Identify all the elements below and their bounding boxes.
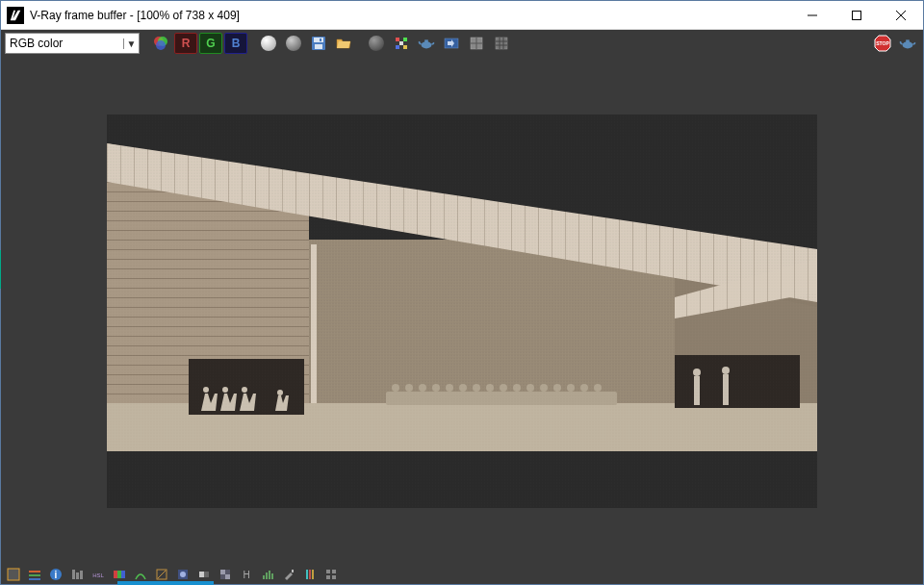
grid-b-button[interactable] — [490, 33, 513, 54]
region-render-button[interactable] — [390, 33, 413, 54]
lut-button[interactable] — [153, 567, 170, 582]
svg-rect-11 — [396, 38, 399, 41]
svg-rect-15 — [399, 41, 403, 45]
hsl-button[interactable]: HSL — [90, 567, 107, 582]
pipette-icon — [282, 568, 295, 581]
svg-text:HSL: HSL — [92, 572, 104, 578]
open-folder-icon — [336, 37, 351, 50]
svg-rect-100 — [266, 572, 268, 579]
svg-rect-17 — [424, 39, 428, 42]
svg-rect-110 — [332, 575, 336, 579]
grid-a-button[interactable] — [465, 33, 488, 54]
render-last-button[interactable] — [896, 33, 919, 54]
svg-rect-106 — [312, 570, 314, 579]
svg-rect-78 — [29, 571, 40, 572]
regions-button[interactable] — [322, 567, 340, 582]
close-button[interactable] — [879, 1, 923, 29]
rendered-image — [107, 114, 817, 508]
green-channel-button[interactable]: G — [199, 33, 222, 54]
svg-rect-84 — [76, 572, 79, 579]
h-button[interactable]: H — [238, 567, 255, 582]
svg-rect-96 — [220, 570, 225, 574]
info-button[interactable]: i — [47, 567, 64, 582]
svg-rect-101 — [269, 571, 270, 579]
maximize-button[interactable] — [834, 1, 879, 29]
save-icon — [311, 36, 326, 51]
compare-swap-icon — [444, 36, 459, 51]
srgb-button[interactable] — [174, 567, 192, 582]
pipette-button[interactable] — [280, 567, 297, 582]
titlebar: V-Ray frame buffer - [100% of 738 x 409] — [1, 1, 923, 30]
regions-icon — [324, 568, 338, 581]
levels-icon — [70, 568, 84, 581]
svg-rect-89 — [121, 571, 125, 578]
mono-white-button[interactable] — [257, 33, 280, 54]
chart-icon — [261, 568, 274, 581]
window-title: V-Ray frame buffer - [100% of 738 x 409] — [30, 9, 790, 22]
window-controls — [790, 1, 923, 29]
svg-rect-1 — [853, 11, 861, 19]
open-button[interactable] — [332, 33, 355, 54]
svg-point-6 — [156, 40, 166, 50]
svg-rect-97 — [225, 574, 230, 579]
red-channel-button[interactable]: R — [174, 33, 197, 54]
grid-a-icon — [469, 36, 484, 51]
minimize-button[interactable] — [790, 1, 834, 29]
svg-rect-8 — [314, 38, 323, 42]
svg-rect-104 — [306, 570, 308, 579]
chart-button[interactable] — [259, 567, 276, 582]
svg-point-92 — [180, 572, 186, 577]
levels-button[interactable] — [68, 567, 86, 582]
info-icon: i — [49, 568, 63, 581]
svg-rect-30 — [906, 39, 910, 42]
svg-rect-10 — [320, 38, 321, 41]
channels-button[interactable] — [149, 33, 172, 54]
track-mouse-button[interactable] — [415, 33, 438, 54]
color-channels-icon — [153, 36, 168, 51]
curves-icon — [134, 568, 147, 581]
dropdown-arrow-icon: ▼ — [123, 38, 139, 49]
white-balance-icon — [113, 568, 126, 581]
svg-rect-76 — [107, 114, 817, 508]
svg-rect-99 — [263, 575, 265, 579]
mono-gray-button[interactable] — [282, 33, 305, 54]
svg-text:STOP: STOP — [876, 40, 889, 46]
svg-rect-77 — [8, 569, 19, 580]
grid-b-icon — [494, 36, 509, 51]
cc-toggle-button[interactable] — [5, 567, 22, 582]
history-icon — [28, 568, 41, 581]
svg-rect-109 — [326, 575, 330, 579]
svg-text:i: i — [55, 570, 58, 580]
svg-rect-108 — [332, 570, 336, 573]
svg-rect-105 — [309, 570, 311, 579]
bg-button[interactable] — [217, 567, 234, 582]
gray-sphere-icon — [286, 36, 301, 51]
exposure-button[interactable] — [195, 567, 213, 582]
history-button[interactable] — [26, 567, 43, 582]
svg-rect-22 — [496, 38, 507, 49]
channel-select[interactable]: RGB color ▼ — [5, 33, 140, 54]
compare-button[interactable] — [440, 33, 463, 54]
svg-rect-80 — [29, 578, 40, 580]
render-viewport[interactable] — [1, 57, 923, 565]
exposure-icon — [197, 568, 211, 581]
app-icon — [7, 7, 24, 24]
h-text-icon: H — [240, 568, 253, 581]
channel-value: RGB color — [10, 37, 63, 50]
svg-rect-107 — [326, 570, 330, 573]
hsl-icon: HSL — [91, 568, 105, 581]
curves-button[interactable] — [132, 567, 149, 582]
stop-render-button[interactable]: STOP — [871, 33, 894, 54]
blue-channel-button[interactable]: B — [224, 33, 247, 54]
svg-rect-14 — [403, 45, 407, 49]
svg-text:H: H — [243, 570, 249, 580]
mono-dark-button[interactable] — [365, 33, 388, 54]
svg-rect-87 — [114, 571, 117, 578]
svg-rect-83 — [72, 570, 75, 579]
white-balance-button[interactable] — [111, 567, 128, 582]
save-button[interactable] — [307, 33, 330, 54]
svg-rect-102 — [271, 573, 273, 579]
svg-rect-79 — [29, 574, 40, 576]
svg-rect-103 — [292, 570, 294, 572]
vbars-button[interactable] — [301, 567, 319, 582]
